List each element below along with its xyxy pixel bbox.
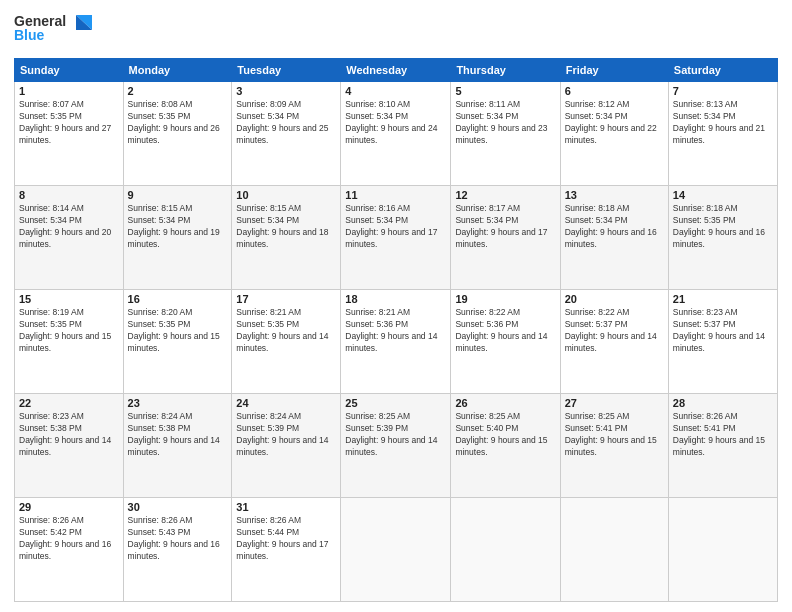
calendar-cell: 29 Sunrise: 8:26 AM Sunset: 5:42 PM Dayl… xyxy=(15,498,124,602)
day-detail: Sunrise: 8:26 AM Sunset: 5:41 PM Dayligh… xyxy=(673,411,773,459)
calendar-cell: 5 Sunrise: 8:11 AM Sunset: 5:34 PM Dayli… xyxy=(451,82,560,186)
calendar-header-thursday: Thursday xyxy=(451,59,560,82)
calendar-cell: 21 Sunrise: 8:23 AM Sunset: 5:37 PM Dayl… xyxy=(668,290,777,394)
day-number: 28 xyxy=(673,397,773,409)
day-number: 31 xyxy=(236,501,336,513)
calendar-cell: 8 Sunrise: 8:14 AM Sunset: 5:34 PM Dayli… xyxy=(15,186,124,290)
day-number: 21 xyxy=(673,293,773,305)
day-number: 10 xyxy=(236,189,336,201)
day-number: 11 xyxy=(345,189,446,201)
day-number: 20 xyxy=(565,293,664,305)
day-detail: Sunrise: 8:26 AM Sunset: 5:42 PM Dayligh… xyxy=(19,515,119,563)
day-number: 19 xyxy=(455,293,555,305)
day-detail: Sunrise: 8:25 AM Sunset: 5:39 PM Dayligh… xyxy=(345,411,446,459)
calendar-cell xyxy=(668,498,777,602)
calendar-cell: 13 Sunrise: 8:18 AM Sunset: 5:34 PM Dayl… xyxy=(560,186,668,290)
svg-text:Blue: Blue xyxy=(14,27,45,43)
calendar-week-3: 15 Sunrise: 8:19 AM Sunset: 5:35 PM Dayl… xyxy=(15,290,778,394)
day-number: 2 xyxy=(128,85,228,97)
day-number: 26 xyxy=(455,397,555,409)
day-detail: Sunrise: 8:15 AM Sunset: 5:34 PM Dayligh… xyxy=(236,203,336,251)
calendar-header-saturday: Saturday xyxy=(668,59,777,82)
day-detail: Sunrise: 8:17 AM Sunset: 5:34 PM Dayligh… xyxy=(455,203,555,251)
calendar-header-monday: Monday xyxy=(123,59,232,82)
day-detail: Sunrise: 8:19 AM Sunset: 5:35 PM Dayligh… xyxy=(19,307,119,355)
day-detail: Sunrise: 8:20 AM Sunset: 5:35 PM Dayligh… xyxy=(128,307,228,355)
day-number: 5 xyxy=(455,85,555,97)
calendar-cell: 28 Sunrise: 8:26 AM Sunset: 5:41 PM Dayl… xyxy=(668,394,777,498)
day-detail: Sunrise: 8:22 AM Sunset: 5:36 PM Dayligh… xyxy=(455,307,555,355)
calendar-cell: 31 Sunrise: 8:26 AM Sunset: 5:44 PM Dayl… xyxy=(232,498,341,602)
day-detail: Sunrise: 8:25 AM Sunset: 5:40 PM Dayligh… xyxy=(455,411,555,459)
day-detail: Sunrise: 8:07 AM Sunset: 5:35 PM Dayligh… xyxy=(19,99,119,147)
day-detail: Sunrise: 8:10 AM Sunset: 5:34 PM Dayligh… xyxy=(345,99,446,147)
day-number: 14 xyxy=(673,189,773,201)
day-number: 8 xyxy=(19,189,119,201)
day-number: 29 xyxy=(19,501,119,513)
day-detail: Sunrise: 8:23 AM Sunset: 5:37 PM Dayligh… xyxy=(673,307,773,355)
calendar-header-row: SundayMondayTuesdayWednesdayThursdayFrid… xyxy=(15,59,778,82)
calendar-cell: 11 Sunrise: 8:16 AM Sunset: 5:34 PM Dayl… xyxy=(341,186,451,290)
day-number: 3 xyxy=(236,85,336,97)
calendar-cell: 30 Sunrise: 8:26 AM Sunset: 5:43 PM Dayl… xyxy=(123,498,232,602)
calendar-week-1: 1 Sunrise: 8:07 AM Sunset: 5:35 PM Dayli… xyxy=(15,82,778,186)
day-detail: Sunrise: 8:09 AM Sunset: 5:34 PM Dayligh… xyxy=(236,99,336,147)
day-detail: Sunrise: 8:15 AM Sunset: 5:34 PM Dayligh… xyxy=(128,203,228,251)
day-detail: Sunrise: 8:24 AM Sunset: 5:38 PM Dayligh… xyxy=(128,411,228,459)
calendar-cell: 1 Sunrise: 8:07 AM Sunset: 5:35 PM Dayli… xyxy=(15,82,124,186)
day-detail: Sunrise: 8:26 AM Sunset: 5:43 PM Dayligh… xyxy=(128,515,228,563)
calendar-cell: 17 Sunrise: 8:21 AM Sunset: 5:35 PM Dayl… xyxy=(232,290,341,394)
day-number: 22 xyxy=(19,397,119,409)
day-detail: Sunrise: 8:26 AM Sunset: 5:44 PM Dayligh… xyxy=(236,515,336,563)
calendar-header-sunday: Sunday xyxy=(15,59,124,82)
day-number: 15 xyxy=(19,293,119,305)
day-detail: Sunrise: 8:18 AM Sunset: 5:34 PM Dayligh… xyxy=(565,203,664,251)
calendar-cell: 22 Sunrise: 8:23 AM Sunset: 5:38 PM Dayl… xyxy=(15,394,124,498)
day-detail: Sunrise: 8:14 AM Sunset: 5:34 PM Dayligh… xyxy=(19,203,119,251)
calendar-cell: 26 Sunrise: 8:25 AM Sunset: 5:40 PM Dayl… xyxy=(451,394,560,498)
day-detail: Sunrise: 8:12 AM Sunset: 5:34 PM Dayligh… xyxy=(565,99,664,147)
day-number: 6 xyxy=(565,85,664,97)
day-detail: Sunrise: 8:21 AM Sunset: 5:35 PM Dayligh… xyxy=(236,307,336,355)
day-number: 12 xyxy=(455,189,555,201)
day-number: 23 xyxy=(128,397,228,409)
header: General Blue xyxy=(14,10,778,50)
calendar-header-friday: Friday xyxy=(560,59,668,82)
calendar-cell: 16 Sunrise: 8:20 AM Sunset: 5:35 PM Dayl… xyxy=(123,290,232,394)
day-detail: Sunrise: 8:23 AM Sunset: 5:38 PM Dayligh… xyxy=(19,411,119,459)
day-detail: Sunrise: 8:13 AM Sunset: 5:34 PM Dayligh… xyxy=(673,99,773,147)
calendar-cell: 7 Sunrise: 8:13 AM Sunset: 5:34 PM Dayli… xyxy=(668,82,777,186)
day-number: 25 xyxy=(345,397,446,409)
calendar-cell: 4 Sunrise: 8:10 AM Sunset: 5:34 PM Dayli… xyxy=(341,82,451,186)
calendar-cell xyxy=(451,498,560,602)
calendar-cell: 27 Sunrise: 8:25 AM Sunset: 5:41 PM Dayl… xyxy=(560,394,668,498)
day-detail: Sunrise: 8:18 AM Sunset: 5:35 PM Dayligh… xyxy=(673,203,773,251)
calendar-cell: 9 Sunrise: 8:15 AM Sunset: 5:34 PM Dayli… xyxy=(123,186,232,290)
day-number: 18 xyxy=(345,293,446,305)
calendar-week-4: 22 Sunrise: 8:23 AM Sunset: 5:38 PM Dayl… xyxy=(15,394,778,498)
day-number: 24 xyxy=(236,397,336,409)
day-number: 27 xyxy=(565,397,664,409)
calendar-cell: 3 Sunrise: 8:09 AM Sunset: 5:34 PM Dayli… xyxy=(232,82,341,186)
calendar-cell: 19 Sunrise: 8:22 AM Sunset: 5:36 PM Dayl… xyxy=(451,290,560,394)
calendar-cell: 12 Sunrise: 8:17 AM Sunset: 5:34 PM Dayl… xyxy=(451,186,560,290)
page: General Blue SundayMondayTuesdayWednesda… xyxy=(0,0,792,612)
calendar-cell: 6 Sunrise: 8:12 AM Sunset: 5:34 PM Dayli… xyxy=(560,82,668,186)
calendar-cell: 15 Sunrise: 8:19 AM Sunset: 5:35 PM Dayl… xyxy=(15,290,124,394)
day-number: 7 xyxy=(673,85,773,97)
calendar-cell: 23 Sunrise: 8:24 AM Sunset: 5:38 PM Dayl… xyxy=(123,394,232,498)
calendar-header-tuesday: Tuesday xyxy=(232,59,341,82)
day-number: 16 xyxy=(128,293,228,305)
calendar-cell xyxy=(560,498,668,602)
calendar-cell: 25 Sunrise: 8:25 AM Sunset: 5:39 PM Dayl… xyxy=(341,394,451,498)
day-number: 1 xyxy=(19,85,119,97)
day-detail: Sunrise: 8:08 AM Sunset: 5:35 PM Dayligh… xyxy=(128,99,228,147)
day-number: 9 xyxy=(128,189,228,201)
day-number: 17 xyxy=(236,293,336,305)
calendar-cell: 2 Sunrise: 8:08 AM Sunset: 5:35 PM Dayli… xyxy=(123,82,232,186)
day-detail: Sunrise: 8:24 AM Sunset: 5:39 PM Dayligh… xyxy=(236,411,336,459)
calendar-week-2: 8 Sunrise: 8:14 AM Sunset: 5:34 PM Dayli… xyxy=(15,186,778,290)
calendar-cell: 24 Sunrise: 8:24 AM Sunset: 5:39 PM Dayl… xyxy=(232,394,341,498)
day-detail: Sunrise: 8:25 AM Sunset: 5:41 PM Dayligh… xyxy=(565,411,664,459)
day-number: 4 xyxy=(345,85,446,97)
